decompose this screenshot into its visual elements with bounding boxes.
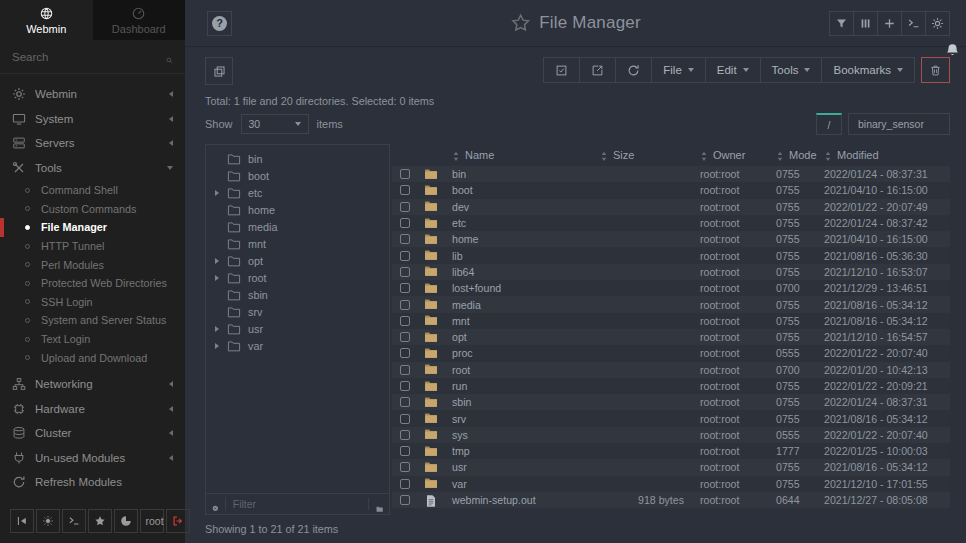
row-checkbox[interactable] [400, 414, 410, 424]
expand-arrow-icon[interactable] [215, 275, 220, 281]
row-checkbox[interactable] [400, 397, 410, 407]
tree-item[interactable]: boot [206, 167, 389, 184]
table-row[interactable]: lost+found root:root 0700 2021/12/29 - 1… [392, 280, 950, 296]
sidebar-category[interactable]: Un-used Modules [0, 445, 185, 470]
expand-arrow-icon[interactable] [215, 343, 220, 349]
file-name[interactable]: dev [452, 201, 600, 213]
toggle-columns-button[interactable] [853, 11, 878, 36]
column-header-modified[interactable]: Modified [824, 149, 950, 161]
file-name[interactable]: proc [452, 347, 600, 359]
row-checkbox[interactable] [400, 218, 410, 228]
notifications-bell-icon[interactable] [945, 43, 960, 58]
file-name[interactable]: bin [452, 168, 600, 180]
table-row[interactable]: sbin root:root 0755 2022/01/24 - 08:37:3… [392, 394, 950, 410]
tree-item[interactable]: sbin [206, 286, 389, 303]
tree-filter-input[interactable] [225, 497, 368, 511]
file-name[interactable]: sys [452, 429, 600, 441]
bookmarks-menu[interactable]: Bookmarks [821, 57, 915, 83]
tree-item[interactable]: media [206, 218, 389, 235]
favorites-button[interactable] [88, 509, 112, 533]
row-checkbox[interactable] [400, 462, 410, 472]
sidebar-subitem[interactable]: Upload and Download [0, 348, 185, 367]
file-name[interactable]: opt [452, 331, 600, 343]
sidebar-subitem[interactable]: HTTP Tunnel [0, 237, 185, 256]
tree-item[interactable]: root [206, 269, 389, 286]
palette-button[interactable] [114, 509, 138, 533]
row-checkbox[interactable] [400, 479, 410, 489]
row-checkbox[interactable] [400, 185, 410, 195]
row-checkbox[interactable] [400, 495, 410, 505]
collapse-sidebar-button[interactable] [10, 509, 34, 533]
sidebar-subitem[interactable]: Protected Web Directories [0, 274, 185, 293]
file-name[interactable]: webmin-setup.out [452, 494, 600, 506]
table-row[interactable]: media root:root 0755 2021/08/16 - 05:34:… [392, 296, 950, 312]
row-checkbox[interactable] [400, 251, 410, 261]
column-header-name[interactable]: Name [452, 149, 600, 161]
sidebar-category[interactable]: Tools [0, 156, 185, 181]
file-name[interactable]: sbin [452, 396, 600, 408]
folder-browse-icon[interactable] [368, 498, 383, 510]
delete-button[interactable] [921, 57, 950, 83]
sidebar-category[interactable]: Cluster [0, 421, 185, 446]
row-checkbox[interactable] [400, 316, 410, 326]
sidebar-subitem[interactable]: SSH Login [0, 293, 185, 312]
table-row[interactable]: webmin-setup.out 918 bytes root:root 064… [392, 492, 950, 508]
favorite-star-icon[interactable] [510, 13, 530, 33]
sidebar-tab[interactable]: Dashboard [93, 0, 186, 40]
row-checkbox[interactable] [400, 169, 410, 179]
sidebar-subitem[interactable]: Custom Commands [0, 200, 185, 219]
row-checkbox[interactable] [400, 430, 410, 440]
file-menu[interactable]: File [651, 57, 706, 83]
column-header-mode[interactable]: Mode [776, 149, 824, 161]
terminal-button[interactable] [901, 11, 926, 36]
file-name[interactable]: home [452, 233, 600, 245]
table-row[interactable]: boot root:root 0755 2021/04/10 - 16:15:0… [392, 182, 950, 198]
table-row[interactable]: sys root:root 0555 2022/01/22 - 20:07:40 [392, 427, 950, 443]
theme-toggle-button[interactable] [36, 509, 60, 533]
file-name[interactable]: lib [452, 250, 600, 262]
column-header-size[interactable]: Size [600, 149, 700, 161]
sidebar-subitem[interactable]: Command Shell [0, 181, 185, 200]
settings-button[interactable] [925, 11, 950, 36]
table-row[interactable]: etc root:root 0755 2022/01/24 - 08:37:42 [392, 215, 950, 231]
file-name[interactable]: mnt [452, 315, 600, 327]
filter-button[interactable] [829, 11, 854, 36]
table-row[interactable]: lib64 root:root 0755 2021/12/10 - 16:53:… [392, 264, 950, 280]
sidebar-category[interactable]: Hardware [0, 396, 185, 421]
sidebar-subitem[interactable]: Text Login [0, 330, 185, 349]
tree-item[interactable]: usr [206, 320, 389, 337]
table-row[interactable]: dev root:root 0755 2022/01/22 - 20:07:49 [392, 199, 950, 215]
row-checkbox[interactable] [400, 365, 410, 375]
file-name[interactable]: boot [452, 184, 600, 196]
sidebar-subitem[interactable]: File Manager [0, 218, 185, 237]
edit-menu[interactable]: Edit [705, 57, 761, 83]
expand-arrow-icon[interactable] [215, 326, 220, 332]
sidebar-category[interactable]: System [0, 107, 185, 132]
row-checkbox[interactable] [400, 300, 410, 310]
sidebar-terminal-button[interactable] [62, 509, 86, 533]
tree-item[interactable]: opt [206, 252, 389, 269]
sidebar-category[interactable]: Servers [0, 131, 185, 156]
sidebar-subitem[interactable]: System and Server Status [0, 311, 185, 330]
table-row[interactable]: mnt root:root 0755 2021/08/16 - 05:34:12 [392, 313, 950, 329]
file-name[interactable]: lost+found [452, 282, 600, 294]
sidebar-tab[interactable]: Webmin [0, 0, 93, 40]
file-name[interactable]: run [452, 380, 600, 392]
file-name[interactable]: usr [452, 461, 600, 473]
sidebar-subitem[interactable]: Perl Modules [0, 255, 185, 274]
table-row[interactable]: proc root:root 0555 2022/01/22 - 20:07:4… [392, 345, 950, 361]
help-button[interactable]: ? [207, 11, 232, 36]
table-row[interactable]: home root:root 0755 2021/04/10 - 16:15:0… [392, 231, 950, 247]
sidebar-category[interactable]: Networking [0, 372, 185, 397]
add-button[interactable] [877, 11, 902, 36]
row-checkbox[interactable] [400, 283, 410, 293]
table-row[interactable]: srv root:root 0755 2021/08/16 - 05:34:12 [392, 410, 950, 426]
row-checkbox[interactable] [400, 348, 410, 358]
tree-item[interactable]: bin [206, 150, 389, 167]
table-row[interactable]: opt root:root 0755 2021/12/10 - 16:54:57 [392, 329, 950, 345]
row-checkbox[interactable] [400, 202, 410, 212]
row-checkbox[interactable] [400, 332, 410, 342]
file-name[interactable]: srv [452, 413, 600, 425]
clear-filter-icon[interactable] [212, 498, 219, 510]
tree-item[interactable]: srv [206, 303, 389, 320]
